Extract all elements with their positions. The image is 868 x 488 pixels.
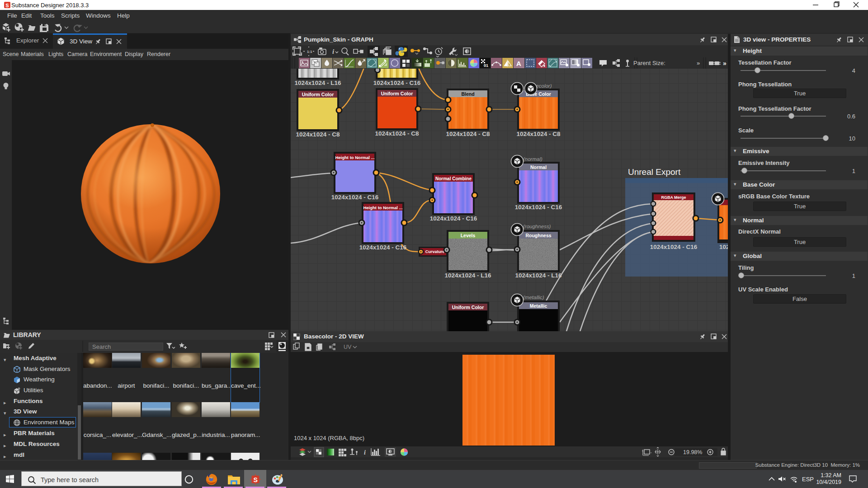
- svg-text:(metallic): (metallic): [523, 295, 544, 300]
- svg-text:»: »: [697, 60, 700, 66]
- svg-text:1024x1024 - C8: 1024x1024 - C8: [446, 131, 490, 137]
- svg-text:1024x1024 - C16: 1024x1024 - C16: [515, 204, 562, 211]
- svg-text:1024x1024 - C16: 1024x1024 - C16: [373, 80, 421, 86]
- svg-text:1024x1024 - L16: 1024x1024 - L16: [515, 272, 562, 279]
- svg-text:1024x1024 - C16: 1024x1024 - C16: [430, 215, 477, 222]
- svg-text:Blend: Blend: [461, 91, 474, 97]
- svg-text:S: S: [254, 476, 258, 483]
- svg-text:Roughness: Roughness: [525, 233, 551, 238]
- svg-text:Height to Normal ...: Height to Normal ...: [335, 155, 374, 160]
- svg-text:»: »: [723, 60, 726, 67]
- svg-text:1024x1024 - C16: 1024x1024 - C16: [331, 194, 379, 201]
- svg-text:1024x1024 - C16: 1024x1024 - C16: [650, 244, 698, 250]
- svg-text:1024x1024 - L16: 1024x1024 - L16: [295, 80, 341, 86]
- svg-text:Uniform Color: Uniform Color: [381, 91, 413, 96]
- svg-text:i: i: [332, 48, 335, 55]
- svg-text:1024x1024 - C16: 1024x1024 - C16: [359, 244, 407, 251]
- svg-text:i: i: [364, 449, 366, 456]
- svg-text:1024x1024 - C8: 1024x1024 - C8: [375, 130, 419, 137]
- svg-text:UV: UV: [344, 344, 352, 350]
- svg-text:Curvature: Curvature: [425, 249, 445, 254]
- svg-text:Parent Size:: Parent Size:: [633, 60, 665, 66]
- svg-text:S: S: [5, 3, 9, 8]
- svg-text:(normal): (normal): [523, 156, 542, 162]
- svg-text:1024x1024 - L16: 1024x1024 - L16: [445, 272, 491, 279]
- svg-text:Unreal Export: Unreal Export: [628, 167, 681, 177]
- svg-text:RGBA Merge: RGBA Merge: [661, 195, 686, 200]
- svg-text:1024: 1024: [719, 244, 728, 250]
- svg-text:Metallic: Metallic: [530, 303, 547, 309]
- svg-text:1:1: 1:1: [307, 50, 312, 54]
- svg-text:A: A: [516, 60, 521, 67]
- svg-text:1024x1024 - C8: 1024x1024 - C8: [517, 131, 561, 137]
- svg-text:Uniform Color: Uniform Color: [302, 92, 334, 97]
- svg-text:1024x1024 - C8: 1024x1024 - C8: [296, 131, 340, 138]
- svg-text:Normal: Normal: [530, 164, 547, 170]
- svg-text:Uniform Color: Uniform Color: [452, 305, 484, 310]
- svg-text:(roughness): (roughness): [523, 224, 551, 229]
- svg-text:Height to Normal ...: Height to Normal ...: [363, 205, 402, 210]
- svg-text:Levels: Levels: [461, 233, 476, 238]
- svg-text:01: 01: [484, 63, 488, 68]
- svg-text:19.98%: 19.98%: [683, 449, 702, 455]
- svg-text:Normal Combine: Normal Combine: [435, 176, 472, 181]
